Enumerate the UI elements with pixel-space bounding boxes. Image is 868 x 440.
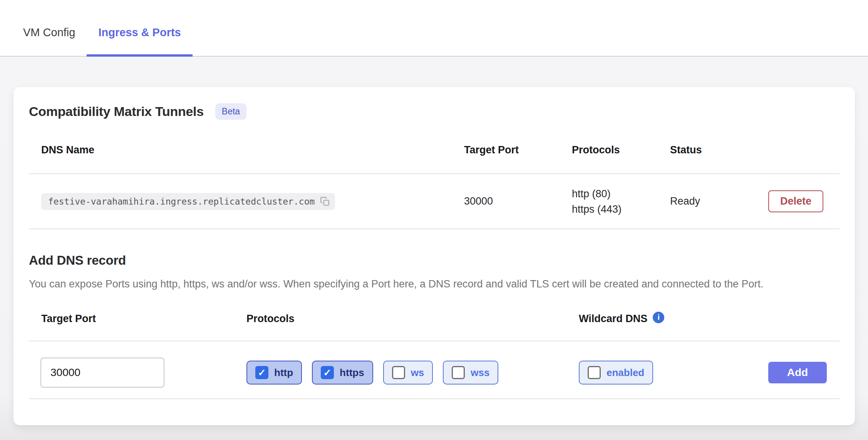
add-dns-record-description: You can expose Ports using http, https, … <box>29 276 830 292</box>
http-checkbox[interactable] <box>255 366 268 379</box>
wildcard-enabled-chip[interactable]: enabled <box>579 361 653 385</box>
tunnels-card: Compatibility Matrix Tunnels Beta DNS Na… <box>13 87 855 425</box>
card-title: Compatibility Matrix Tunnels <box>29 104 204 119</box>
http-chip-label: http <box>274 367 293 379</box>
col-header-target-port: Target Port <box>464 144 572 156</box>
beta-badge: Beta <box>215 103 246 120</box>
tab-vm-config[interactable]: VM Config <box>12 26 87 56</box>
row-status: Ready <box>670 195 768 207</box>
table-row: festive-varahamihira.ingress.replicatedc… <box>29 174 840 229</box>
card-title-row: Compatibility Matrix Tunnels Beta <box>29 103 840 120</box>
add-button[interactable]: Add <box>768 362 827 383</box>
delete-button[interactable]: Delete <box>768 190 823 212</box>
tab-ingress-ports[interactable]: Ingress & Ports <box>87 26 192 56</box>
wildcard-enabled-label: enabled <box>607 367 644 379</box>
col-header-status: Status <box>670 144 768 156</box>
protocol-chip-ws[interactable]: ws <box>383 361 433 385</box>
row-protocol-http: http (80) <box>572 186 670 202</box>
dns-name-pill[interactable]: festive-varahamihira.ingress.replicatedc… <box>41 193 335 210</box>
protocol-chip-http[interactable]: http <box>246 361 302 385</box>
form-label-protocols: Protocols <box>246 313 579 325</box>
add-dns-form-row: http https ws wss enabled <box>29 341 840 399</box>
target-port-input[interactable] <box>40 358 164 388</box>
add-dns-form-header: Target Port Protocols Wildcard DNS <box>29 292 840 341</box>
protocol-chip-wss[interactable]: wss <box>443 361 498 385</box>
row-protocol-https: https (443) <box>572 202 670 217</box>
wildcard-enabled-checkbox[interactable] <box>588 366 601 379</box>
form-label-wildcard-dns: Wildcard DNS <box>579 313 647 325</box>
tunnels-table-header: DNS Name Target Port Protocols Status <box>29 120 840 174</box>
protocol-chip-https[interactable]: https <box>312 361 373 385</box>
col-header-dns-name: DNS Name <box>29 144 464 156</box>
row-protocols: http (80) https (443) <box>572 186 670 217</box>
ws-checkbox[interactable] <box>392 366 405 379</box>
https-chip-label: https <box>340 367 364 379</box>
row-target-port: 30000 <box>464 195 572 207</box>
info-icon[interactable] <box>653 312 664 323</box>
copy-icon[interactable] <box>320 196 330 207</box>
ws-chip-label: ws <box>411 367 424 379</box>
page-content: Compatibility Matrix Tunnels Beta DNS Na… <box>0 57 868 440</box>
wss-chip-label: wss <box>471 367 489 379</box>
wss-checkbox[interactable] <box>452 366 465 379</box>
tab-bar: VM Config Ingress & Ports <box>0 0 868 57</box>
add-dns-record-title: Add DNS record <box>29 253 840 268</box>
col-header-protocols: Protocols <box>572 144 670 156</box>
form-label-target-port: Target Port <box>29 313 246 325</box>
dns-name-value: festive-varahamihira.ingress.replicatedc… <box>48 196 315 207</box>
https-checkbox[interactable] <box>321 366 334 379</box>
protocol-chips: http https ws wss <box>246 361 579 385</box>
